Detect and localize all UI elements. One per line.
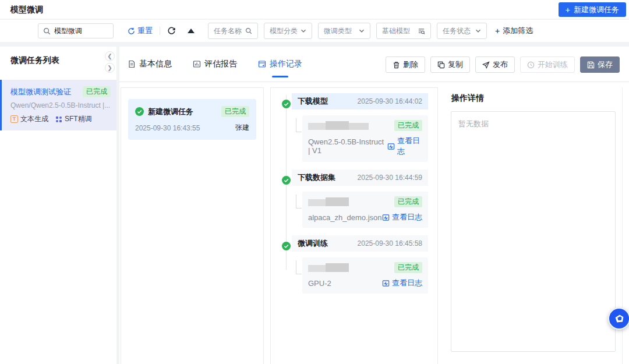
task-name-input[interactable]: 任务名称 [208, 23, 258, 39]
status-badge: 已完成 [394, 196, 422, 207]
root-event-time: 2025-09-30 16:43:55 [135, 124, 200, 132]
new-task-button-label: 新建微调任务 [574, 5, 619, 15]
task-name: 模型微调测试验证 [10, 87, 71, 97]
add-filter-button[interactable]: + 添加筛选 [495, 26, 533, 36]
operation-detail-title: 操作详情 [451, 93, 616, 104]
tab-evaluation-report[interactable]: 评估报告 [193, 47, 237, 82]
new-finetune-task-button[interactable]: + 新建微调任务 [559, 2, 626, 17]
tab-basic-info[interactable]: 基本信息 [128, 47, 172, 82]
view-log-link[interactable]: 查看日志 [387, 136, 422, 157]
step-title: 下载数据集 [298, 172, 335, 183]
step-title: 微调训练 [298, 238, 328, 249]
redacted-text [308, 197, 349, 206]
finetune-type-placeholder: 微调类型 [324, 26, 352, 36]
refresh-icon[interactable] [167, 27, 176, 36]
plus-icon: + [495, 27, 500, 35]
view-log-label: 查看日志 [392, 278, 422, 288]
root-event-operator: 张建 [235, 123, 249, 133]
collapse-filters-icon[interactable] [188, 29, 195, 33]
reset-label: 重置 [137, 26, 153, 36]
operation-detail-column: 操作详情 暂无数据 [443, 87, 624, 364]
step-time: 2025-09-30 16:45:58 [358, 239, 422, 248]
check-circle-icon [135, 107, 144, 116]
copy-icon [437, 61, 445, 69]
send-icon [482, 61, 490, 69]
step-detail: alpaca_zh_demo.json [308, 213, 381, 222]
step-sub-card[interactable]: 已完成 GPU-2 查看日志 [302, 257, 428, 294]
filter-inputs: 任务名称 模型分类 微调类型 基础模型 任务状态 [208, 23, 487, 39]
history-root-column: 新建微调任务 已完成 2025-09-30 16:43:55 张建 [121, 87, 264, 364]
base-model-input[interactable]: 基础模型 [376, 23, 431, 39]
publish-button[interactable]: 发布 [475, 56, 515, 73]
step-detail: Qwen2.5-0.5B-Instruct | V1 [308, 137, 387, 155]
step-download-dataset: 下载数据集 2025-09-30 16:44:59 已完成 alpaca_zh_… [271, 169, 437, 228]
save-label: 保存 [598, 59, 613, 70]
step-sub-card[interactable]: 已完成 Qwen2.5-0.5B-Instruct | V1 查看日志 [302, 115, 428, 162]
delete-button[interactable]: 删除 [386, 56, 425, 73]
finetune-type-select[interactable]: 微调类型 [318, 23, 370, 39]
panel-collapse-controls: ❮ ❯ [105, 51, 115, 73]
chevron-down-icon [475, 28, 481, 34]
step-download-model: 下载模型 2025-09-30 16:44:02 已完成 Qwen2.5-0.5… [271, 93, 437, 162]
tag-label: SFT精调 [65, 114, 92, 124]
plus-icon: + [566, 6, 570, 14]
search-input[interactable]: 模型微调 [38, 23, 114, 38]
step-title: 下载模型 [298, 96, 328, 107]
publish-label: 发布 [493, 59, 508, 70]
start-training-button[interactable]: 开始训练 [520, 56, 575, 73]
divider [160, 27, 160, 35]
top-bar: 模型微调 + 新建微调任务 [0, 0, 629, 19]
log-icon [382, 280, 390, 287]
tab-label: 操作记录 [270, 59, 302, 69]
step-header[interactable]: 下载数据集 2025-09-30 16:44:59 [292, 169, 428, 186]
document-icon [128, 60, 136, 68]
bar-chart-icon [193, 60, 201, 68]
tag-label: 文本生成 [20, 114, 48, 124]
tree-connector [296, 260, 302, 274]
step-header[interactable]: 微调训练 2025-09-30 16:45:58 [292, 235, 428, 252]
redacted-text [308, 263, 349, 272]
root-event-card[interactable]: 新建微调任务 已完成 2025-09-30 16:43:55 张建 [128, 99, 256, 140]
chevron-right-icon[interactable]: ❯ [105, 63, 115, 73]
view-log-label: 查看日志 [392, 212, 422, 222]
finetune-task-list-panel: 微调任务列表 ❮ ❯ 模型微调测试验证 已完成 Qwen/Qwen2.5-0.5… [0, 47, 116, 364]
sft-icon [55, 116, 62, 123]
task-type-tag: T 文本生成 [10, 114, 48, 124]
trash-icon [393, 61, 400, 69]
copy-button[interactable]: 复制 [430, 56, 470, 73]
divider [119, 82, 629, 82]
reset-button[interactable]: 重置 [128, 26, 153, 36]
action-buttons: 删除 复制 发布 开始训练 保存 [386, 56, 620, 73]
task-status-select[interactable]: 任务状态 [437, 23, 487, 39]
page-title: 模型微调 [10, 5, 43, 15]
model-category-select[interactable]: 模型分类 [264, 23, 312, 39]
status-badge: 已完成 [394, 120, 422, 131]
status-badge: 已完成 [394, 262, 422, 273]
redacted-text [308, 121, 369, 130]
assistant-float-button[interactable] [608, 308, 629, 330]
save-icon [587, 61, 595, 69]
view-log-link[interactable]: 查看日志 [382, 212, 422, 222]
empty-placeholder: 暂无数据 [458, 119, 489, 128]
task-list-item-selected[interactable]: 模型微调测试验证 已完成 Qwen/Qwen2.5-0.5B-Instruct … [0, 80, 116, 130]
view-log-link[interactable]: 查看日志 [382, 278, 422, 288]
step-time: 2025-09-30 16:44:02 [358, 97, 422, 105]
status-badge: 已完成 [221, 106, 249, 117]
tree-connector [296, 195, 302, 208]
check-circle-icon [282, 176, 291, 185]
step-sub-card[interactable]: 已完成 alpaca_zh_demo.json 查看日志 [302, 192, 428, 228]
chevron-down-icon [301, 28, 306, 34]
task-list-title: 微调任务列表 [0, 47, 116, 66]
task-status-placeholder: 任务状态 [443, 26, 471, 36]
step-header[interactable]: 下载模型 2025-09-30 16:44:02 [292, 93, 428, 109]
log-icon [387, 143, 395, 150]
root-event-title: 新建微调任务 [148, 107, 193, 117]
assistant-icon [613, 312, 626, 325]
chevron-down-icon [359, 28, 365, 34]
task-name-placeholder: 任务名称 [214, 26, 242, 36]
log-icon [382, 214, 390, 221]
tab-operation-history[interactable]: 操作记录 [258, 47, 302, 82]
chevron-left-icon[interactable]: ❮ [105, 51, 115, 61]
search-icon [245, 27, 252, 34]
save-button[interactable]: 保存 [580, 56, 620, 73]
